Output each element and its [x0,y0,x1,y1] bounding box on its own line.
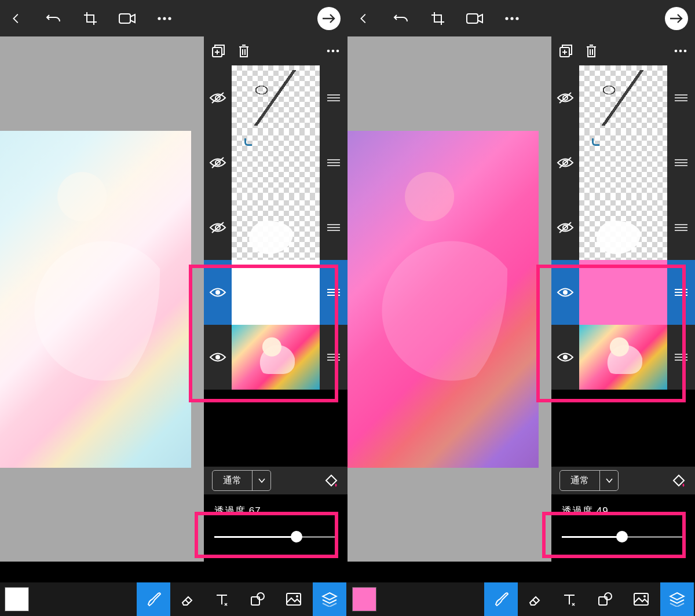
add-layer-icon[interactable] [211,43,226,58]
back-icon[interactable] [354,9,373,28]
color-swatch[interactable] [0,582,34,616]
canvas[interactable] [348,36,551,562]
eye-hidden-icon[interactable] [551,195,579,260]
caret-down-icon[interactable] [599,471,618,490]
layer-thumbnail[interactable] [232,325,320,390]
eraser-icon[interactable] [518,582,551,616]
eye-open-icon[interactable] [551,260,579,325]
layer-thumbnail[interactable] [232,195,320,260]
color-overlay [0,131,191,468]
layer-row[interactable] [204,195,348,260]
color-overlay [348,131,539,468]
eye-hidden-icon[interactable] [551,65,579,130]
layer-thumbnail[interactable] [579,65,667,130]
image-tool-icon[interactable] [624,582,658,616]
svg-rect-15 [287,593,301,605]
svg-point-7 [336,50,339,53]
svg-point-19 [510,17,513,20]
image-tool-icon[interactable] [277,582,310,616]
brush-icon[interactable] [484,582,518,616]
layer-row[interactable] [551,260,695,325]
canvas-image [348,131,539,468]
blend-mode-dropdown[interactable]: 通常 [212,470,271,491]
layer-row[interactable] [551,65,695,130]
layer-thumbnail[interactable] [579,325,667,390]
layer-row[interactable] [551,325,695,390]
undo-icon[interactable] [392,9,410,28]
svg-point-2 [163,17,166,20]
back-icon[interactable] [7,9,25,28]
eye-hidden-icon[interactable] [204,130,232,195]
blend-mode-dropdown[interactable]: 通常 [559,470,619,491]
crop-icon[interactable] [429,9,447,28]
drag-handle-icon[interactable] [667,65,695,130]
layer-row[interactable] [204,260,348,325]
eye-hidden-icon[interactable] [204,65,232,130]
more-icon[interactable] [673,43,688,58]
drag-handle-icon[interactable] [320,130,348,195]
more-icon[interactable] [325,43,341,58]
blend-mode-label: 通常 [213,471,252,490]
eraser-icon[interactable] [170,582,204,616]
undo-icon[interactable] [44,9,63,28]
drag-handle-icon[interactable] [667,325,695,390]
layer-row[interactable] [551,130,695,195]
drag-handle-icon[interactable] [320,65,348,130]
add-layer-icon[interactable] [558,43,573,58]
svg-rect-17 [467,14,478,23]
color-swatch[interactable] [348,582,381,616]
layer-thumbnail[interactable] [579,195,667,260]
next-arrow-icon[interactable] [665,7,688,30]
drag-handle-icon[interactable] [320,325,348,390]
trash-icon[interactable] [584,43,599,58]
text-tool-icon[interactable] [205,582,239,616]
paint-bucket-icon[interactable] [668,471,688,490]
trash-icon[interactable] [236,43,251,58]
more-icon[interactable] [503,9,521,28]
svg-point-28 [563,290,568,295]
layer-thumbnail[interactable] [232,130,320,195]
brush-icon[interactable] [137,582,170,616]
layer-row[interactable] [551,195,695,260]
drag-handle-icon[interactable] [320,195,348,260]
top-toolbar [348,0,695,36]
next-arrow-icon[interactable] [317,7,341,30]
canvas[interactable] [0,36,204,562]
drag-handle-icon[interactable] [667,130,695,195]
layers-list [204,65,348,390]
layers-list [551,65,695,390]
video-icon[interactable] [118,9,137,28]
drag-handle-icon[interactable] [667,260,695,325]
eye-open-icon[interactable] [204,260,232,325]
video-icon[interactable] [466,9,484,28]
svg-point-1 [158,17,160,20]
layer-row[interactable] [204,65,348,130]
shape-tool-icon[interactable] [241,582,275,616]
layer-thumbnail[interactable] [232,260,320,325]
crop-icon[interactable] [81,9,100,28]
eye-open-icon[interactable] [551,325,579,390]
layer-row[interactable] [204,325,348,390]
layer-thumbnail[interactable] [579,130,667,195]
drag-handle-icon[interactable] [667,195,695,260]
layer-row[interactable] [204,130,348,195]
shape-tool-icon[interactable] [588,582,622,616]
eye-open-icon[interactable] [204,325,232,390]
svg-point-24 [684,50,687,53]
layer-thumbnail[interactable] [232,65,320,130]
layers-panel: 通常 透過度 67 [204,36,348,562]
drag-handle-icon[interactable] [320,260,348,325]
more-icon[interactable] [155,9,174,28]
eye-hidden-icon[interactable] [551,130,579,195]
layers-header [551,36,695,65]
opacity-slider[interactable] [562,530,685,544]
layers-icon[interactable] [313,582,346,616]
text-tool-icon[interactable] [553,582,586,616]
layers-icon[interactable] [660,582,694,616]
eye-hidden-icon[interactable] [204,195,232,260]
workspace: 通常 透過度 67 [0,36,348,562]
caret-down-icon[interactable] [252,471,270,490]
layer-thumbnail[interactable] [579,260,667,325]
opacity-slider[interactable] [214,530,337,544]
paint-bucket-icon[interactable] [321,471,341,490]
